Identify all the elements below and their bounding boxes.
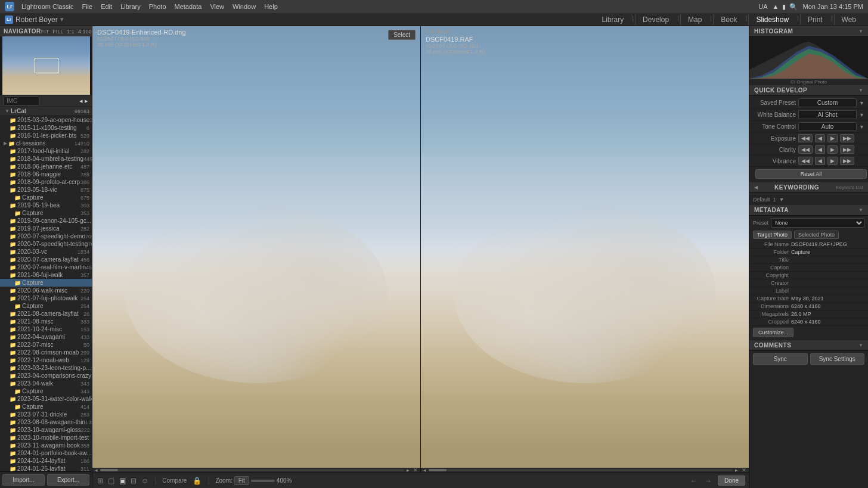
- catalog-item[interactable]: 📁2018-04-umbrella-testing449: [0, 155, 92, 163]
- saved-preset-value[interactable]: Custom: [798, 98, 857, 107]
- catalog-item[interactable]: 📁2021-10-24-misc153: [0, 325, 92, 333]
- menu-library[interactable]: Library: [120, 3, 141, 10]
- vibrance-inc1-btn[interactable]: ▶: [827, 157, 838, 165]
- people-view-icon[interactable]: ☺: [140, 475, 150, 486]
- catalog-item[interactable]: 📁2015-11-x100s-testing6: [0, 124, 92, 132]
- menu-lightroom[interactable]: Lightroom Classic: [21, 3, 73, 10]
- done-button[interactable]: Done: [718, 475, 745, 486]
- catalog-item[interactable]: 📁2021-08-misc333: [0, 318, 92, 325]
- menu-view[interactable]: View: [210, 3, 224, 10]
- catalog-item[interactable]: 📁2023-11-awagami-book358: [0, 442, 92, 449]
- catalog-item[interactable]: 📁Capture353: [0, 209, 92, 217]
- quick-develop-header[interactable]: Quick Develop ▼: [749, 85, 868, 96]
- zoom-4to100[interactable]: 4:100: [78, 29, 92, 35]
- clarity-inc-btn[interactable]: ▶▶: [840, 145, 854, 154]
- exposure-inc-btn[interactable]: ▶▶: [840, 134, 854, 142]
- catalog-item[interactable]: 📁2023-04-walk343: [0, 380, 92, 387]
- catalog-item[interactable]: 📁Capture414: [0, 403, 92, 411]
- catalog-item[interactable]: 📁2016-01-les-picker-bts529: [0, 132, 92, 139]
- clarity-dec-btn[interactable]: ◀◀: [798, 145, 813, 154]
- catalog-item[interactable]: 📁2015-03-29-ac-open-house326: [0, 116, 92, 124]
- right-scroll-track[interactable]: [429, 469, 733, 471]
- catalog-item[interactable]: 📁2023-10-mobile-import-test: [0, 434, 92, 442]
- exposure-inc1-btn[interactable]: ▶: [827, 134, 838, 142]
- keywording-keyword-list[interactable]: Keyword List: [836, 185, 863, 190]
- compare-view-icon[interactable]: ▣: [118, 475, 127, 486]
- catalog-item[interactable]: 📁2023-05-31-water-color-walk456: [0, 395, 92, 403]
- metadata-preset-select[interactable]: None: [771, 218, 864, 228]
- zoom-1to1[interactable]: 1:1: [67, 29, 75, 35]
- catalog-item[interactable]: 📁2018-06-jehanne-etc487: [0, 163, 92, 170]
- catalog-item[interactable]: 📁2022-12-moab-web128: [0, 356, 92, 364]
- tone-control-value[interactable]: Auto: [798, 122, 857, 131]
- catalog-item[interactable]: 📁2024-01-portfolio-book-aw...565: [0, 449, 92, 457]
- tab-develop[interactable]: Develop: [635, 14, 676, 25]
- vibrance-inc-btn[interactable]: ▶▶: [840, 157, 854, 165]
- nav-left-icon[interactable]: ←: [689, 475, 699, 486]
- clarity-inc1-btn[interactable]: ▶: [827, 145, 838, 154]
- zoom-fit-btn[interactable]: Fit: [234, 476, 249, 485]
- collapse-all-icon[interactable]: ◂: [79, 97, 83, 105]
- loupe-view-icon[interactable]: ▢: [107, 475, 116, 486]
- navigator-header[interactable]: Navigator FIT FILL 1:1 4:100: [0, 26, 92, 36]
- catalog-item[interactable]: 📁2020-06-walk-misc220: [0, 287, 92, 294]
- catalog-item[interactable]: 📁2020-07-speedlight-testing709: [0, 240, 92, 248]
- menu-help[interactable]: Help: [264, 3, 278, 10]
- expand-all-icon[interactable]: ▸: [85, 97, 88, 105]
- catalog-item[interactable]: 📁2022-07-misc50: [0, 341, 92, 349]
- tab-map[interactable]: Map: [680, 14, 709, 25]
- catalog-item[interactable]: 📁2019-05-18-vic875: [0, 186, 92, 194]
- select-button[interactable]: Select: [388, 30, 416, 40]
- sync-button[interactable]: Sync: [753, 353, 808, 365]
- tab-web[interactable]: Web: [834, 14, 863, 25]
- catalog-item[interactable]: 📁2022-08-crimson-moab299: [0, 349, 92, 356]
- white-balance-value[interactable]: AI Shot: [798, 110, 857, 119]
- zoom-fit[interactable]: FIT: [41, 29, 49, 35]
- import-button[interactable]: Import...: [2, 474, 45, 486]
- folder-search-input[interactable]: [4, 97, 39, 105]
- catalog-item[interactable]: 📁2022-04-awagami433: [0, 333, 92, 341]
- keywording-header[interactable]: ◀ Keywording Keyword List: [749, 182, 868, 193]
- catalog-item[interactable]: 📁2021-07-fuji-photowalk254: [0, 294, 92, 302]
- catalog-item[interactable]: 📁2024-01-24-layflat166: [0, 457, 92, 465]
- catalog-item[interactable]: 📁2020-03-vc1834: [0, 248, 92, 256]
- catalog-item[interactable]: 📁2017-food-fuji-initial282: [0, 147, 92, 155]
- catalog-item[interactable]: 📁2018-06-maggie788: [0, 170, 92, 178]
- catalog-lrcat[interactable]: ▼ LrCat 69163: [0, 107, 92, 115]
- exposure-dec1-btn[interactable]: ◀: [815, 134, 825, 142]
- menu-file[interactable]: File: [82, 3, 92, 10]
- right-scroll-thumb[interactable]: [429, 469, 447, 471]
- metadata-header[interactable]: Metadata ▼: [749, 205, 868, 216]
- catalog-item[interactable]: 📁Capture254: [0, 302, 92, 310]
- survey-view-icon[interactable]: ⊟: [129, 475, 138, 486]
- white-balance-arrow[interactable]: ▼: [859, 112, 864, 118]
- comments-header[interactable]: Comments ▼: [749, 340, 868, 351]
- search-icon[interactable]: 🔍: [789, 3, 798, 11]
- catalog-item[interactable]: 📁2020-07-speedlight-demo709: [0, 232, 92, 240]
- customize-button[interactable]: Customize...: [753, 328, 793, 337]
- menu-edit[interactable]: Edit: [101, 3, 112, 10]
- catalog-item[interactable]: 📁2023-07-31-drickle263: [0, 411, 92, 418]
- zoom-fill[interactable]: FILL: [52, 29, 63, 35]
- catalog-item[interactable]: 📁Capture: [0, 279, 92, 287]
- nav-right-icon[interactable]: →: [703, 475, 713, 486]
- tab-print[interactable]: Print: [800, 14, 830, 25]
- catalog-item[interactable]: 📁2023-10-awagami-gloss222: [0, 426, 92, 434]
- catalog-item[interactable]: 📁2019-05-19-bea303: [0, 201, 92, 209]
- tab-book[interactable]: Book: [713, 14, 744, 25]
- catalog-item[interactable]: 📁2020-07-camera-layflat456: [0, 256, 92, 263]
- catalog-item[interactable]: 📁2021-08-camera-layflat26: [0, 310, 92, 318]
- reset-all-button[interactable]: Reset All: [755, 169, 867, 179]
- left-scroll-thumb[interactable]: [100, 469, 118, 471]
- saved-preset-arrow[interactable]: ▼: [859, 100, 864, 106]
- clarity-dec1-btn[interactable]: ◀: [815, 145, 825, 154]
- left-scrollbar[interactable]: ◂ ▸ ✕: [92, 468, 420, 473]
- vibrance-dec1-btn[interactable]: ◀: [815, 157, 825, 165]
- catalog-item[interactable]: 📁2024-01-25-layflat311: [0, 465, 92, 471]
- catalog-item[interactable]: 📁2018-09-profoto-at-ccrp386: [0, 178, 92, 186]
- tab-slideshow[interactable]: Slideshow: [748, 14, 796, 25]
- exposure-dec-btn[interactable]: ◀◀: [798, 134, 813, 142]
- catalog-item[interactable]: 📁2019-09-canon-24-105-gc...146: [0, 217, 92, 225]
- catalog-item[interactable]: 📁2023-04-comparisons-crazy248: [0, 372, 92, 380]
- catalog-item[interactable]: 📁2023-03-23-leon-testing-p...173: [0, 364, 92, 372]
